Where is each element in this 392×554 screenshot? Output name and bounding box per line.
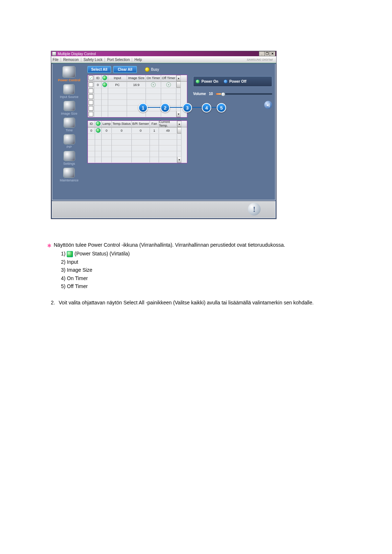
sidebar-item-power-control[interactable]: Power Control xyxy=(58,66,81,82)
table-row[interactable]: 0 0 0 0 1 49 xyxy=(88,127,187,134)
brand-label: SAMSUNG DIGITall xyxy=(247,58,275,61)
volume-slider[interactable] xyxy=(216,93,272,95)
sidebar-item-settings[interactable]: Settings xyxy=(63,151,75,165)
app-window: Multiple Display Control _ ❐ ✕ File Remo… xyxy=(51,51,277,219)
power-off-button[interactable]: Power Off xyxy=(224,79,246,83)
para2-prefix: 2. xyxy=(51,299,55,307)
select-all-checkbox[interactable] xyxy=(89,75,93,80)
sidebar-item-image-size[interactable]: Image Size xyxy=(61,101,77,115)
row-checkbox[interactable] xyxy=(89,106,93,111)
sidebar-item-pip[interactable]: PIP xyxy=(64,134,75,149)
clear-all-button[interactable]: Clear All xyxy=(113,66,137,73)
cell2-fan: 1 xyxy=(150,127,159,133)
cell2-cur: 49 xyxy=(159,127,177,133)
sidebar-item-label: Image Size xyxy=(61,112,77,115)
app-icon xyxy=(52,52,56,56)
sidebar-item-label: Input Source xyxy=(60,95,78,99)
sidebar-item-label: Settings xyxy=(63,162,75,165)
list-item-5: 5) Off Timer xyxy=(61,282,359,290)
display-grid: ID Input Image Size On Timer Off Timer ▴ xyxy=(87,75,187,118)
info-icon[interactable]: ! xyxy=(248,203,261,216)
scroll-up-button[interactable]: ▴ xyxy=(176,75,181,81)
power-on-label: Power On xyxy=(201,79,219,83)
col-id: ID xyxy=(94,75,102,81)
inspector-panel: Power On Power Off Volume 10 xyxy=(189,75,274,198)
list-item-4: 4) On Timer xyxy=(61,274,359,282)
busy-indicator-icon xyxy=(145,67,150,72)
pip-icon xyxy=(64,134,75,144)
power-on-icon xyxy=(196,79,200,83)
menu-port[interactable]: Port Selection xyxy=(107,58,130,62)
minimize-button[interactable]: _ xyxy=(259,51,265,56)
restore-button[interactable]: ❐ xyxy=(265,51,270,56)
cell2-br: 0 xyxy=(132,127,150,133)
input-source-icon xyxy=(63,84,75,94)
col2-power-status-icon xyxy=(95,121,102,126)
sidebar-item-label: PIP xyxy=(66,145,72,149)
col-imgsize: Image Size xyxy=(127,75,146,81)
lead-text: Näyttöön tulee Power Control -ikkuna (Vi… xyxy=(54,241,285,249)
cell-ontimer xyxy=(146,82,161,87)
menu-safety[interactable]: Safety Lock xyxy=(83,58,102,62)
volume-knob[interactable] xyxy=(221,92,225,97)
power-on-button[interactable]: Power On xyxy=(196,79,219,83)
main-panel: Select All Clear All Busy ID xyxy=(86,64,275,200)
list-item-2: 2) Input xyxy=(61,258,359,266)
status-bar: ! xyxy=(52,201,275,218)
volume-control: Volume 10 xyxy=(193,92,272,96)
row-checkbox[interactable] xyxy=(89,94,93,99)
col-offtimer: Off Timer xyxy=(161,75,176,81)
cell-input: PC xyxy=(108,82,127,87)
close-button[interactable]: ✕ xyxy=(270,51,275,56)
volume-fill xyxy=(216,93,222,95)
scroll-up-button[interactable]: ▴ xyxy=(177,121,181,127)
row-checkbox[interactable] xyxy=(89,82,93,87)
menu-remocon[interactable]: Remocon xyxy=(63,58,79,62)
bullet-star-icon: ✱ xyxy=(47,242,52,250)
col2-id: ID xyxy=(88,121,95,126)
cell-imgsize: 16:9 xyxy=(127,82,146,87)
settings-icon xyxy=(64,151,75,161)
scroll-thumb[interactable] xyxy=(177,127,181,134)
col-ontimer: On Timer xyxy=(146,75,161,81)
col2-temp: Temp.Status xyxy=(112,121,132,126)
power-off-label: Power Off xyxy=(229,79,246,83)
power-control-icon xyxy=(62,66,75,78)
sidebar-item-label: Power Control xyxy=(58,78,81,82)
scroll-thumb[interactable] xyxy=(176,82,181,88)
col2-cur: Current Temp. xyxy=(159,121,177,126)
cell2-temp: 0 xyxy=(112,127,132,133)
row-checkbox[interactable] xyxy=(89,89,93,93)
menu-file[interactable]: File xyxy=(53,58,58,62)
power-status-icon xyxy=(67,251,73,257)
sidebar-item-input-source[interactable]: Input Source xyxy=(60,84,78,99)
list-item-1-before: 1) xyxy=(61,251,65,257)
sidebar-item-time[interactable]: Time xyxy=(64,118,75,132)
col2-fan: Fan xyxy=(150,121,159,126)
table-row[interactable]: 0 PC 16:9 xyxy=(88,82,187,88)
speaker-icon[interactable]: ◂) xyxy=(264,101,272,109)
col-power-status-icon xyxy=(102,75,108,81)
col-input: Input xyxy=(108,75,127,81)
scroll-down-button[interactable]: ▾ xyxy=(176,111,181,117)
row-checkbox[interactable] xyxy=(89,100,93,105)
cell2-lamp: 0 xyxy=(102,127,112,133)
scroll-down-button[interactable]: ▾ xyxy=(177,157,181,163)
row-checkbox[interactable] xyxy=(89,112,93,116)
power-off-icon xyxy=(224,79,228,83)
time-icon xyxy=(64,118,75,128)
sidebar-item-maintenance[interactable]: Maintenance xyxy=(60,168,79,182)
image-size-icon xyxy=(64,101,75,111)
select-all-button[interactable]: Select All xyxy=(87,66,111,73)
sidebar: Power Control Input Source Image Size Ti… xyxy=(52,64,86,200)
cell2-id: 0 xyxy=(88,127,95,133)
status-grid: ID Lamp Temp.Status B/R Senser Fan Curre… xyxy=(87,120,187,163)
cell2-power-status-icon xyxy=(95,127,102,133)
menu-help[interactable]: Help xyxy=(134,58,142,62)
title-bar: Multiple Display Control _ ❐ ✕ xyxy=(51,51,276,56)
busy-label: Busy xyxy=(151,67,159,71)
cell-power-status-icon xyxy=(102,82,108,87)
volume-label: Volume xyxy=(193,92,206,96)
col2-br: B/R Senser xyxy=(132,121,150,126)
maintenance-icon xyxy=(63,168,75,178)
